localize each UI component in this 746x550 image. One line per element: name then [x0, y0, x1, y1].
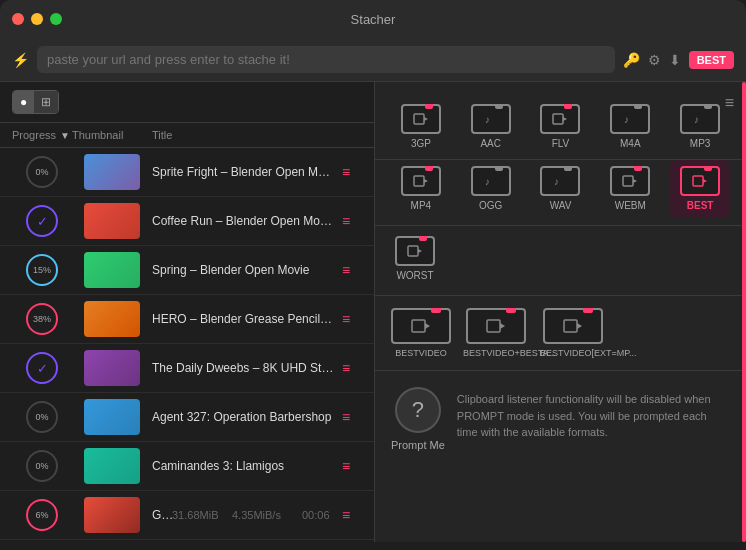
- video-opt-bestvideo-ext[interactable]: BESTVIDEO[EXT=MP...: [540, 308, 605, 358]
- left-panel: ● ⊞ Progress ▼ Thumbnail Title 0% Sprite: [0, 82, 375, 542]
- table-controls: ● ⊞: [0, 82, 374, 123]
- svg-rect-0: [414, 114, 424, 124]
- format-mp4[interactable]: MP4: [391, 160, 451, 217]
- format-label-ogg: OGG: [479, 200, 502, 211]
- table-row[interactable]: 38% HERO – Blender Grease Pencil Sho... …: [0, 295, 374, 344]
- format-worst[interactable]: WORST: [391, 230, 439, 287]
- format-webm[interactable]: WEBM: [600, 160, 660, 217]
- svg-text:♪: ♪: [694, 114, 699, 125]
- format-label-aac: AAC: [480, 138, 501, 149]
- thumbnail-cell: [72, 252, 152, 288]
- video-opt-bestvideo-besta[interactable]: BESTVIDEO+BESTA...: [463, 308, 528, 358]
- format-mp3[interactable]: ♪ MP3: [670, 98, 730, 155]
- format-grid-row1: 3GP ♪ AAC FLV ♪ M4A: [375, 82, 746, 160]
- table-row[interactable]: 0% Sprite Fright – Blender Open Movie ≡: [0, 148, 374, 197]
- toggle-grid-view[interactable]: ⊞: [34, 91, 58, 113]
- svg-marker-22: [577, 323, 582, 329]
- download-icon[interactable]: ⬇: [669, 52, 681, 68]
- svg-rect-11: [623, 176, 633, 186]
- maximize-button[interactable]: [50, 13, 62, 25]
- progress-cell: 0%: [12, 450, 72, 482]
- format-icon-mp3: ♪: [680, 104, 720, 134]
- file-size: 31.68MiB: [172, 509, 232, 521]
- svg-marker-18: [425, 323, 430, 329]
- table-body: 0% Sprite Fright – Blender Open Movie ≡ …: [0, 148, 374, 542]
- thumbnail-cell: [72, 203, 152, 239]
- video-opt-icon-bestvideo-besta: [466, 308, 526, 344]
- format-icon-ogg: ♪: [471, 166, 511, 196]
- settings-icon[interactable]: ⚙: [648, 52, 661, 68]
- video-opt-bestvideo[interactable]: BESTVIDEO: [391, 308, 451, 358]
- window-controls: [12, 13, 62, 25]
- table-row[interactable]: 15% Spring – Blender Open Movie ≡: [0, 246, 374, 295]
- row-menu-icon[interactable]: ≡: [342, 262, 362, 278]
- thumbnail-cell: [72, 350, 152, 386]
- progress-indicator: 15%: [26, 254, 58, 286]
- header-thumbnail: Thumbnail: [72, 129, 152, 141]
- svg-rect-3: [553, 114, 563, 124]
- progress-cell: 0%: [12, 401, 72, 433]
- toggle-list-view[interactable]: ●: [13, 91, 34, 113]
- format-aac[interactable]: ♪ AAC: [461, 98, 521, 155]
- row-title: Agent 327: Operation Barbershop: [152, 410, 342, 424]
- scrollbar[interactable]: [742, 82, 746, 542]
- format-3gp[interactable]: 3GP: [391, 98, 451, 155]
- progress-indicator: 6%: [26, 499, 58, 531]
- format-label-3gp: 3GP: [411, 138, 431, 149]
- progress-cell: 6%: [12, 499, 72, 531]
- format-grid-row2: MP4 ♪ OGG ♪ WAV WEBM: [375, 160, 746, 226]
- main-content: ● ⊞ Progress ▼ Thumbnail Title 0% Sprite: [0, 82, 746, 542]
- filter-icon[interactable]: ▼: [60, 130, 70, 141]
- svg-text:♪: ♪: [485, 114, 490, 125]
- table-row[interactable]: 6% Glass Half – Blender animated cart...…: [0, 491, 374, 540]
- row-menu-icon[interactable]: ≡: [342, 409, 362, 425]
- table-row[interactable]: The Daily Dweebs – 8K UHD Stere... ≡: [0, 344, 374, 393]
- best-badge[interactable]: BEST: [689, 51, 734, 69]
- format-best[interactable]: BEST: [670, 160, 730, 217]
- thumbnail-cell: [72, 154, 152, 190]
- progress-indicator: [26, 205, 58, 237]
- video-opt-icon-bestvideo: [391, 308, 451, 344]
- format-wav[interactable]: ♪ WAV: [531, 160, 591, 217]
- svg-rect-21: [564, 320, 577, 332]
- close-button[interactable]: [12, 13, 24, 25]
- format-label-mp4: MP4: [411, 200, 432, 211]
- thumbnail-cell: [72, 301, 152, 337]
- url-actions: 🔑 ⚙ ⬇ BEST: [623, 51, 734, 69]
- row-menu-icon[interactable]: ≡: [342, 213, 362, 229]
- svg-marker-8: [424, 179, 428, 183]
- row-menu-icon[interactable]: ≡: [342, 360, 362, 376]
- prompt-icon: ?: [395, 387, 441, 433]
- row-menu-icon[interactable]: ≡: [342, 458, 362, 474]
- thumbnail: [84, 203, 140, 239]
- thumbnail: [84, 350, 140, 386]
- table-row[interactable]: 0% ↙ [PENDING] https://www.youtube.co...…: [0, 540, 374, 542]
- svg-rect-13: [693, 176, 703, 186]
- thumbnail-cell: [72, 448, 152, 484]
- url-input[interactable]: [37, 46, 615, 73]
- row-menu-icon[interactable]: ≡: [342, 507, 362, 523]
- svg-rect-19: [487, 320, 500, 332]
- row-menu-icon[interactable]: ≡: [342, 164, 362, 180]
- svg-rect-7: [414, 176, 424, 186]
- prompt-me-button[interactable]: ? Prompt Me: [391, 387, 445, 451]
- svg-text:♪: ♪: [485, 176, 490, 187]
- minimize-button[interactable]: [31, 13, 43, 25]
- format-icon-best: [680, 166, 720, 196]
- format-ogg[interactable]: ♪ OGG: [461, 160, 521, 217]
- progress-indicator: 0%: [26, 401, 58, 433]
- progress-cell: 38%: [12, 303, 72, 335]
- table-row[interactable]: 0% Agent 327: Operation Barbershop ≡: [0, 393, 374, 442]
- panel-settings-icon[interactable]: ≡: [725, 94, 734, 112]
- thumbnail: [84, 448, 140, 484]
- app-title: Stacher: [351, 12, 396, 27]
- svg-marker-14: [703, 179, 707, 183]
- table-row[interactable]: 0% Caminandes 3: Llamigos ≡: [0, 442, 374, 491]
- format-label-flv: FLV: [552, 138, 570, 149]
- row-title: HERO – Blender Grease Pencil Sho...: [152, 312, 342, 326]
- key-icon[interactable]: 🔑: [623, 52, 640, 68]
- row-menu-icon[interactable]: ≡: [342, 311, 362, 327]
- format-flv[interactable]: FLV: [531, 98, 591, 155]
- format-m4a[interactable]: ♪ M4A: [600, 98, 660, 155]
- table-row[interactable]: Coffee Run – Blender Open Movie ≡: [0, 197, 374, 246]
